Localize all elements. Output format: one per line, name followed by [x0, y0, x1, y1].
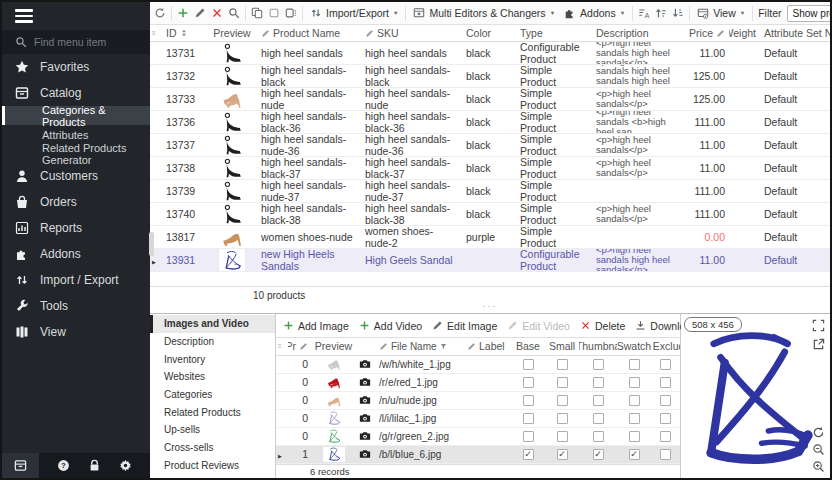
- addons-dropdown[interactable]: Addons▼: [562, 7, 627, 19]
- column-header-attribute-set[interactable]: Attribute Set Name: [760, 25, 830, 41]
- import-export-dropdown[interactable]: Import/Export▼: [308, 7, 400, 19]
- product-row[interactable]: 13731 high heel sandals high heel sandal…: [150, 42, 830, 65]
- detail-tab[interactable]: Up-sells: [150, 421, 275, 439]
- product-row[interactable]: 13739 high heel sandals-nude-37 high hee…: [150, 180, 830, 203]
- column-header-preview[interactable]: Preview: [312, 338, 355, 354]
- checkbox-small[interactable]: [557, 395, 568, 406]
- column-header-small[interactable]: Small: [545, 338, 579, 354]
- zoom-out-icon[interactable]: [812, 443, 825, 456]
- checkbox-exclude[interactable]: [660, 359, 671, 370]
- product-row[interactable]: 13740 high heel sandals-black-38 high he…: [150, 203, 830, 226]
- refresh-button[interactable]: [154, 5, 166, 22]
- checkbox-base[interactable]: [523, 431, 534, 442]
- store-button[interactable]: [2, 453, 39, 478]
- open-external-icon[interactable]: [812, 338, 825, 351]
- column-header-base[interactable]: Base: [511, 338, 545, 354]
- toolbar-button[interactable]: Add Image: [279, 320, 353, 332]
- detail-tab[interactable]: Categories: [150, 386, 275, 404]
- panel-splitter-handle[interactable]: [149, 232, 154, 256]
- checkbox-thumbnail[interactable]: [593, 431, 604, 442]
- checkbox-exclude[interactable]: [660, 395, 671, 406]
- image-row[interactable]: 0 /w/h/white_1.jpg: [276, 356, 680, 374]
- sort-ascending-button[interactable]: [655, 5, 667, 22]
- detail-tab[interactable]: Websites: [150, 368, 275, 386]
- product-row[interactable]: 13732 high heel sandals-black high heel …: [150, 65, 830, 88]
- delete-product-button[interactable]: [211, 5, 223, 22]
- detail-tab[interactable]: Cross-sells: [150, 439, 275, 457]
- product-row[interactable]: 13817 women shoes-nude women shoes-nude-…: [150, 226, 830, 249]
- column-header-swatch[interactable]: Swatch: [617, 338, 651, 354]
- checkbox-small[interactable]: [557, 359, 568, 370]
- gear-icon[interactable]: [119, 459, 132, 472]
- detail-tab[interactable]: Inventory: [150, 350, 275, 368]
- image-row[interactable]: 0 /n/u/nude.jpg: [276, 392, 680, 410]
- column-header-description[interactable]: Description: [592, 25, 681, 41]
- detail-tab[interactable]: Related Products: [150, 403, 275, 421]
- column-header-preview[interactable]: Preview: [207, 25, 257, 41]
- column-header-file-name[interactable]: File Name: [375, 338, 463, 354]
- checkbox-small[interactable]: [557, 431, 568, 442]
- filter-select[interactable]: Show products from selected categories▼: [787, 5, 832, 22]
- column-header-price[interactable]: Price: [681, 25, 729, 41]
- checkbox-base[interactable]: [523, 413, 534, 424]
- checkbox-swatch[interactable]: [629, 395, 640, 406]
- paste-button[interactable]: [268, 5, 280, 22]
- toolbar-button[interactable]: Edit Video: [503, 320, 574, 332]
- checkbox-thumbnail[interactable]: [593, 395, 604, 406]
- product-row[interactable]: 13737 high heel sandals-nude-36 high hee…: [150, 134, 830, 157]
- image-row[interactable]: 1 /b/l/blue_6.jpg: [276, 446, 680, 464]
- column-header-thumbnail[interactable]: Thumbna: [579, 338, 617, 354]
- sidebar-item-import-export[interactable]: Import / Export: [2, 267, 150, 293]
- column-header-position[interactable]: Pr: [288, 338, 312, 354]
- checkbox-swatch[interactable]: [629, 359, 640, 370]
- sidebar-item-orders[interactable]: Orders: [2, 189, 150, 215]
- detail-tab[interactable]: Product Reviews: [150, 457, 275, 475]
- column-header-type[interactable]: Type: [516, 25, 592, 41]
- image-row[interactable]: 0 /g/r/green_2.jpg: [276, 428, 680, 446]
- checkbox-base[interactable]: [523, 449, 534, 460]
- checkbox-swatch[interactable]: [629, 431, 640, 442]
- product-row[interactable]: 13738 high heel sandals-black-37 high he…: [150, 157, 830, 180]
- sidebar-item-addons[interactable]: Addons: [2, 241, 150, 267]
- detail-tab[interactable]: Description: [150, 333, 275, 351]
- menu-toggle-button[interactable]: [2, 2, 150, 30]
- sidebar-item-favorites[interactable]: Favorites: [2, 54, 150, 80]
- checkbox-small[interactable]: [557, 449, 568, 460]
- checkbox-thumbnail[interactable]: [593, 359, 604, 370]
- product-row[interactable]: 13733 high heel sandals-nude high heel s…: [150, 88, 830, 111]
- column-header-product-name[interactable]: Product Name: [257, 25, 361, 41]
- paste-special-button[interactable]: [285, 5, 297, 22]
- fit-to-screen-icon[interactable]: [812, 319, 825, 332]
- search-button[interactable]: [228, 5, 240, 22]
- sidebar-item-customers[interactable]: Customers: [2, 163, 150, 189]
- help-icon[interactable]: [57, 459, 70, 472]
- toolbar-button[interactable]: Add Video: [355, 320, 426, 332]
- product-row[interactable]: 13736 high heel sandals-black-36 high he…: [150, 111, 830, 134]
- sidebar-item-categories-products[interactable]: Categories & Products: [2, 106, 150, 125]
- edit-product-button[interactable]: [194, 5, 206, 22]
- multi-editors-dropdown[interactable]: Multi Editors & Changers▼: [411, 7, 557, 19]
- checkbox-small[interactable]: [557, 377, 568, 388]
- sort-alphabetical-button[interactable]: [638, 5, 650, 22]
- sidebar-item-reports[interactable]: Reports: [2, 215, 150, 241]
- toolbar-button[interactable]: Edit Image: [428, 320, 501, 332]
- checkbox-base[interactable]: [523, 395, 534, 406]
- column-header-sku[interactable]: SKU: [361, 25, 462, 41]
- sidebar-item-related-products-generator[interactable]: Related Products Generator: [2, 144, 150, 163]
- checkbox-exclude[interactable]: [660, 377, 671, 388]
- add-product-button[interactable]: [177, 5, 189, 22]
- column-header-label[interactable]: Label: [463, 338, 511, 354]
- zoom-in-icon[interactable]: [812, 460, 825, 473]
- detail-tab[interactable]: Images and Video: [150, 315, 275, 333]
- horizontal-splitter[interactable]: ···: [150, 303, 830, 313]
- checkbox-swatch[interactable]: [629, 377, 640, 388]
- checkbox-exclude[interactable]: [660, 449, 671, 460]
- checkbox-thumbnail[interactable]: [593, 377, 604, 388]
- checkbox-base[interactable]: [523, 377, 534, 388]
- sidebar-item-tools[interactable]: Tools: [2, 293, 150, 319]
- checkbox-thumbnail[interactable]: [593, 449, 604, 460]
- sort-descending-button[interactable]: [672, 5, 684, 22]
- sidebar-item-view[interactable]: View: [2, 319, 150, 345]
- column-header-id[interactable]: ID: [162, 25, 207, 41]
- image-row[interactable]: 0 /r/e/red_1.jpg: [276, 374, 680, 392]
